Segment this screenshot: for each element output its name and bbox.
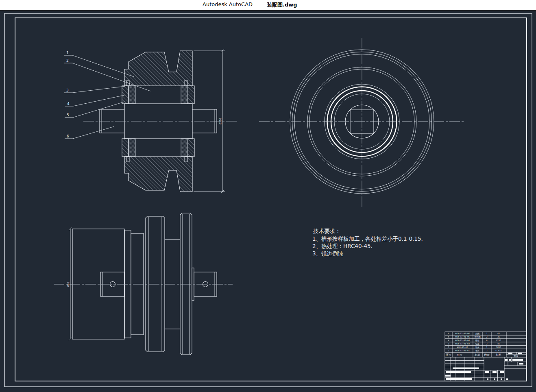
svg-text:轴套: 轴套 [475,349,479,352]
bushing-right-top [181,86,188,104]
svg-text:端盖: 端盖 [475,342,479,345]
title-block-text-blob [494,379,495,380]
title-block-text-blob [506,379,508,380]
front-view [259,38,465,207]
end-cap-left-top [122,86,129,104]
svg-text:XCH-03-01-05: XCH-03-01-05 [455,335,470,338]
callout-4: 4 [67,101,70,106]
svg-text:1: 1 [486,346,487,348]
svg-text:XCH-03-02: XCH-03-02 [457,346,468,348]
drawing-sheet: Ø216 1 2 3 4 5 6 [0,11,536,392]
title-block-text-blob [487,379,488,380]
title-block [445,357,526,381]
svg-text:XCH-03-01-01: XCH-03-01-01 [455,349,470,352]
technical-requirements: 技术要求： 1、槽形按样板加工，各处相差小于0.1-0.15. 2、热处理：HR… [312,228,423,257]
svg-text:3: 3 [448,342,449,345]
svg-text:XCH-03-01-03: XCH-03-01-03 [455,342,470,345]
svg-text:6: 6 [486,339,487,342]
bushing-right-bottom [181,139,188,157]
svg-text:2: 2 [448,346,449,348]
svg-text:45: 45 [497,332,500,335]
svg-text:螺栓: 螺栓 [475,339,479,342]
svg-text:35: 35 [497,335,500,338]
side-dimension: Ø95 [67,227,72,341]
parts-row: 5XCH-03-01-05密封圈235 [448,335,500,338]
sheet-outer-border [4,13,532,387]
title-block-text-blob [509,359,511,361]
parts-row: 2XCH-03-02轮体1ZG35 [448,346,501,349]
end-cap-right-bottom [188,139,194,157]
title-block-text-blob [505,359,508,361]
svg-text:2: 2 [486,335,487,338]
title-block-text-blob [485,371,489,373]
title-block-text-blob [445,375,451,377]
document-title: 装配图.dwg [267,1,297,9]
title-block-text-blob [519,363,523,365]
svg-text:挡圈: 挡圈 [475,332,479,335]
parts-header-qty: 数量 [484,353,490,357]
parts-header-weight: 重量 [513,355,519,357]
callout-6: 6 [67,134,69,138]
parts-header-dwgno: 图号 [457,353,462,357]
svg-text:1: 1 [448,349,449,352]
parts-header-name: 名称 [475,353,480,357]
svg-text:6: 6 [448,332,449,335]
section-dimension-text: Ø216 [219,118,222,124]
wheel-rim-section-top [124,51,192,86]
callout-1: 1 [66,50,69,55]
callout-5: 5 [67,113,69,117]
svg-text:XCH-03-01-04: XCH-03-01-04 [455,339,470,342]
section-view: Ø216 1 2 3 4 5 6 [64,49,238,193]
flange-disc-2 [180,213,192,355]
bushing-left-bottom [129,139,135,157]
svg-text:GCr15: GCr15 [495,349,501,352]
svg-text:5: 5 [448,335,449,338]
title-block-text-blob [492,371,497,373]
tech-req-item-1: 1、槽形按样板加工，各处相差小于0.1-0.15. [312,235,423,242]
cad-viewport[interactable]: Ø216 1 2 3 4 5 6 [0,11,536,392]
svg-text:2: 2 [486,342,487,345]
parts-header-seq: 序号 [446,353,451,357]
title-block-text-blob [501,379,502,380]
app-title: Autodesk AutoCAD [203,1,253,7]
title-block-text-blob [446,371,471,373]
hub-ring [131,233,144,335]
parts-row: 1XCH-03-01-01轴套2GCr15 [448,349,501,352]
parts-row: 4XCH-03-01-04螺栓6Q235 [448,339,501,342]
side-view: Ø95 [54,213,233,355]
svg-text:Q235: Q235 [496,339,501,342]
svg-text:45: 45 [497,342,500,345]
parts-row: 3XCH-03-01-03端盖245 [448,342,500,345]
tech-req-item-3: 3、锐边倒钝 [312,250,343,257]
svg-text:XCH-03-01-06: XCH-03-01-06 [455,332,470,335]
title-block-text-blob [512,359,523,361]
end-cap-left-bottom [122,139,129,157]
svg-text:轮体: 轮体 [475,346,479,349]
wheel-rim-section-bottom [124,157,192,192]
svg-text:密封圈: 密封圈 [475,335,481,338]
wheel-body [72,229,124,339]
step-band [124,230,131,338]
tech-req-item-2: 2、热处理：HRC40-45. [312,243,373,249]
callout-2: 2 [66,58,69,63]
callout-3: 3 [66,88,69,92]
parts-header-material: 材料 [496,353,501,357]
end-cap-right-top [188,86,194,104]
window-titlebar: Autodesk AutoCAD 装配图.dwg [0,0,536,11]
side-dimension-text: Ø95 [67,282,70,287]
title-block-text-blob [500,371,504,373]
sheet-inner-border [15,18,527,381]
svg-text:ZG35: ZG35 [496,346,501,348]
title-block-text-blob [446,378,472,380]
parts-row: 6XCH-03-01-06挡圈145 [448,332,500,335]
tech-req-title: 技术要求： [313,228,341,234]
parts-list: 序号 图号 名称 数量 材料 重量 6XCH-03-01-06挡圈145 5XC… [445,332,526,357]
svg-text:4: 4 [448,339,449,342]
title-block-text-blob [453,368,479,370]
svg-text:2: 2 [486,349,487,352]
bushing-left-top [129,86,135,104]
svg-text:1: 1 [486,332,487,335]
